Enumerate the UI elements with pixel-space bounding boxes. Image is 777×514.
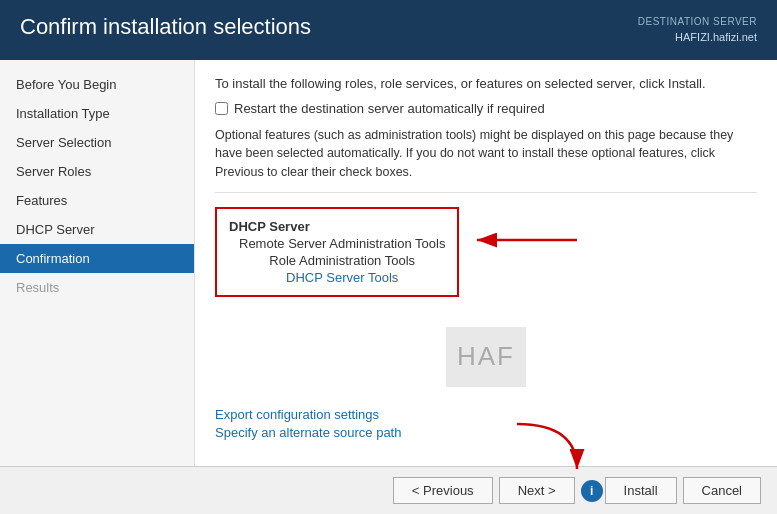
sidebar-item-installation-type[interactable]: Installation Type [0, 99, 194, 128]
alternate-source-link[interactable]: Specify an alternate source path [215, 425, 757, 440]
install-badge: i [581, 480, 603, 502]
page-title: Confirm installation selections [20, 14, 311, 40]
sidebar-item-server-roles[interactable]: Server Roles [0, 157, 194, 186]
optional-text: Optional features (such as administratio… [215, 126, 757, 193]
export-config-link[interactable]: Export configuration settings [215, 407, 757, 422]
feature-item-0: Remote Server Administration Tools [229, 236, 445, 251]
feature-item-1: Role Administration Tools [229, 253, 445, 268]
feature-title: DHCP Server [229, 219, 445, 234]
arrow-indicator [467, 225, 587, 258]
sidebar-item-confirmation[interactable]: Confirmation [0, 244, 194, 273]
cancel-button[interactable]: Cancel [683, 477, 761, 504]
server-name: HAFIZI.hafizi.net [638, 29, 757, 46]
feature-item-2: DHCP Server Tools [229, 270, 445, 285]
content-area: To install the following roles, role ser… [195, 60, 777, 467]
sidebar-item-before-you-begin[interactable]: Before You Begin [0, 70, 194, 99]
sidebar-item-features[interactable]: Features [0, 186, 194, 215]
links-section: Export configuration settings Specify an… [215, 407, 757, 440]
intro-text: To install the following roles, role ser… [215, 76, 757, 91]
restart-checkbox-row[interactable]: Restart the destination server automatic… [215, 101, 757, 116]
server-label: DESTINATION SERVER [638, 14, 757, 29]
sidebar-item-server-selection[interactable]: Server Selection [0, 128, 194, 157]
install-row: i Install [581, 477, 677, 504]
main-layout: Before You Begin Installation Type Serve… [0, 60, 777, 467]
watermark: HAF [446, 327, 526, 387]
restart-checkbox-label[interactable]: Restart the destination server automatic… [234, 101, 545, 116]
restart-checkbox[interactable] [215, 102, 228, 115]
server-info: DESTINATION SERVER HAFIZI.hafizi.net [638, 14, 757, 46]
sidebar: Before You Begin Installation Type Serve… [0, 60, 195, 467]
sidebar-item-dhcp-server[interactable]: DHCP Server [0, 215, 194, 244]
feature-box: DHCP Server Remote Server Administration… [215, 207, 459, 297]
header: Confirm installation selections DESTINAT… [0, 0, 777, 60]
install-button[interactable]: Install [605, 477, 677, 504]
watermark-area: HAF [215, 317, 757, 397]
next-button[interactable]: Next > [499, 477, 575, 504]
footer: < Previous Next > i Install Cancel [0, 466, 777, 514]
sidebar-item-results[interactable]: Results [0, 273, 194, 302]
previous-button[interactable]: < Previous [393, 477, 493, 504]
